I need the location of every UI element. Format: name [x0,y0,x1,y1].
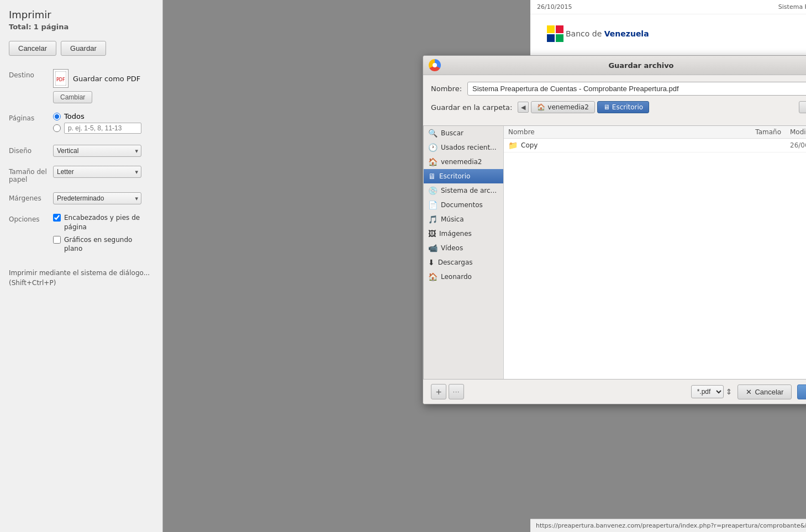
place-venemedia2-label: venemedia2 [441,158,482,166]
save-dialog: Guardar archivo − + × Nombre: Guardar en… [423,55,806,404]
print-panel: Imprimir Total: 1 página Cancelar Guarda… [0,0,163,532]
nav-back-button[interactable]: ◀ [518,102,529,113]
destino-content: PDF Guardar como PDF Cambiar [53,69,140,103]
place-escritorio[interactable]: 🖥 Escritorio [424,169,503,183]
dialog-save-button[interactable]: 💾 Guardar [797,384,806,399]
files-header: Nombre Tamaño Modificado ▲ [504,126,806,139]
place-documentos[interactable]: 📄 Documentos [424,198,503,212]
bank-name: Banco de Venezuela [566,29,649,38]
file-type-select[interactable]: *.pdf [691,385,724,398]
downloads-icon: ⬇ [428,258,435,267]
status-bar: https://preapertura.banvenez.com/preaper… [530,519,806,532]
files-panel: Nombre Tamaño Modificado ▲ 📁 Copy 26/06/… [504,126,806,379]
svg-rect-4 [547,34,555,42]
opciones-content: Encabezados y pies de página Gráficos en… [53,213,152,257]
system-icon: 💿 [428,186,438,195]
print-total: Total: 1 página [9,23,154,31]
diseno-section: Diseño Vertical Horizontal [9,145,154,157]
place-recientes[interactable]: 🕐 Usados recient... [424,140,503,155]
place-videos-label: Vídeos [441,244,463,252]
col-modified-header[interactable]: Modificado ▲ [790,128,806,136]
print-footer: Imprimir mediante el sistema de diálogo.… [9,268,154,288]
place-leonardo[interactable]: 🏠 Leonardo [424,270,503,284]
paginas-content: Todos [53,112,141,136]
margenes-section: Márgenes Predeterminado Ninguno Mínimo [9,192,154,204]
svg-text:PDF: PDF [56,77,65,82]
table-row[interactable]: 📁 Copy 26/06/15 [504,139,806,152]
home-icon: 🏠 [537,103,545,111]
videos-icon: 📹 [428,244,438,252]
dialog-body: Nombre: Guardar en la carpeta: ◀ 🏠 venem… [423,75,806,125]
dialog-titlebar: Guardar archivo − + × [423,56,806,75]
paginas-section: Páginas Todos [9,112,154,136]
recent-icon: 🕐 [428,143,438,152]
add-button[interactable]: + [431,384,446,399]
graficos-checkbox[interactable] [53,236,61,244]
file-type-selector: *.pdf ⇕ [691,385,733,398]
svg-rect-5 [556,34,563,42]
opciones-label: Opciones [9,215,53,223]
folder-nav: ◀ 🏠 venemedia2 🖥 Escritorio [518,101,793,113]
margenes-select[interactable]: Predeterminado Ninguno Mínimo [53,192,141,204]
tamano-content: Letter A4 [53,166,141,178]
place-descargas[interactable]: ⬇ Descargas [424,255,503,270]
destination-box: PDF Guardar como PDF [53,69,140,88]
user-icon: 🏠 [428,272,438,281]
file-name: Copy [521,141,746,149]
place-documentos-label: Documentos [441,201,483,209]
encabezados-label: Encabezados y pies de página [64,213,152,232]
opciones-section: Opciones Encabezados y pies de página Gr… [9,213,154,257]
desktop-icon: 🖥 [603,103,610,111]
custom-pages-radio[interactable] [53,124,61,132]
music-icon: 🎵 [428,215,438,224]
documents-icon: 📄 [428,201,438,209]
pages-input[interactable] [64,123,141,134]
doc-header-bar: 26/10/2015 Sistema Preapertura de Cuenta… [530,0,806,14]
file-type-stepper[interactable]: ⇕ [726,387,733,396]
place-buscar-label: Buscar [441,129,463,137]
place-imagenes[interactable]: 🖼 Imágenes [424,227,503,241]
doc-date: 26/10/2015 [537,3,572,10]
file-browser: 🔍 Buscar 🕐 Usados recient... 🏠 venemedia… [423,125,806,380]
destination-name: Guardar como PDF [73,75,140,83]
options-button[interactable]: ··· [449,384,464,399]
print-title: Imprimir [9,9,154,20]
breadcrumb-parent-button[interactable]: 🏠 venemedia2 [531,101,594,113]
col-name-header[interactable]: Nombre [508,128,746,136]
encabezados-row: Encabezados y pies de página [53,213,152,232]
place-sistema[interactable]: 💿 Sistema de arc... [424,183,503,198]
place-venemedia2[interactable]: 🏠 venemedia2 [424,155,503,169]
titlebar-spacer [429,59,467,71]
place-leonardo-label: Leonardo [441,273,472,281]
create-folder-button[interactable]: Crear carpeta [799,101,806,113]
doc-title: Sistema Preapertura de Cuentas - Comprob… [778,3,806,10]
todos-radio[interactable] [53,113,61,120]
tamano-select[interactable]: Letter A4 [53,166,141,178]
place-videos[interactable]: 📹 Vídeos [424,241,503,255]
place-buscar[interactable]: 🔍 Buscar [424,126,503,140]
place-sistema-label: Sistema de arc... [441,187,497,194]
bank-logo-area: Banco de Venezuela [530,14,806,53]
graficos-row: Gráficos en segundo plano [53,235,152,254]
custom-radio-row [53,123,141,134]
save-button[interactable]: Guardar [61,41,106,56]
bottom-right-buttons: *.pdf ⇕ ✕ Cancelar 💾 Guardar [691,384,806,399]
encabezados-checkbox[interactable] [53,214,61,222]
cambiar-button[interactable]: Cambiar [53,91,92,103]
cancel-button[interactable]: Cancelar [9,41,56,56]
bottom-left-buttons: + ··· [431,384,464,399]
place-musica-label: Música [441,215,464,223]
diseno-select[interactable]: Vertical Horizontal [53,145,141,157]
destino-section: Destino PDF Guardar como PDF Cambiar [9,69,154,103]
place-musica[interactable]: 🎵 Música [424,212,503,227]
diseno-select-wrapper: Vertical Horizontal [53,145,141,157]
breadcrumb-current-button[interactable]: 🖥 Escritorio [597,101,649,113]
dialog-cancel-button[interactable]: ✕ Cancelar [737,384,792,399]
paginas-label: Páginas [9,114,53,122]
margenes-content: Predeterminado Ninguno Mínimo [53,192,141,204]
folder-nav-row: Guardar en la carpeta: ◀ 🏠 venemedia2 🖥 … [431,101,806,113]
tamano-select-wrapper: Letter A4 [53,166,141,178]
status-url: https://preapertura.banvenez.com/preaper… [536,522,806,529]
filename-input[interactable] [467,82,806,96]
place-descargas-label: Descargas [438,259,473,266]
